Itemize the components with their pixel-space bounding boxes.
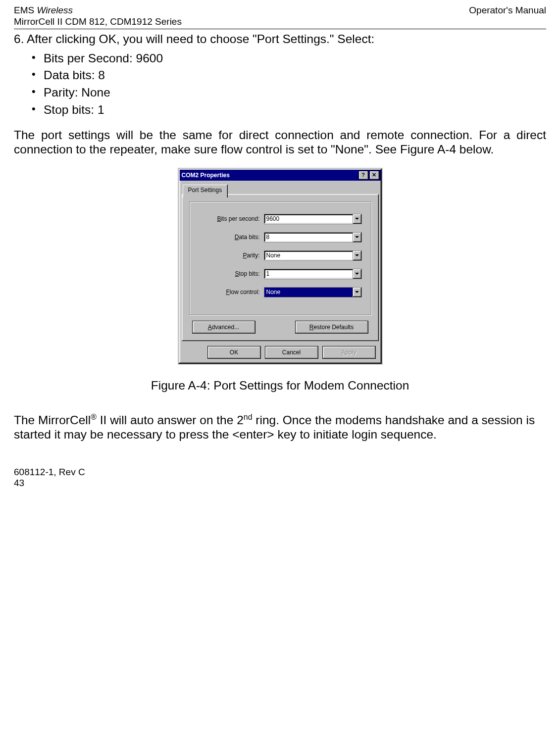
tab-strip: Port Settings — [182, 184, 379, 195]
bullet-item: Data bits: 8 — [32, 68, 546, 83]
close-button[interactable]: ✕ — [369, 171, 379, 180]
combo-data-bits[interactable]: 8 — [264, 232, 362, 243]
combo-value: 1 — [264, 269, 353, 279]
header-rule — [14, 29, 546, 29]
header-right: Operator's Manual — [469, 5, 546, 28]
label-parity: Parity: — [199, 252, 264, 259]
combo-stop-bits[interactable]: 1 — [264, 269, 362, 279]
combo-bits-per-second[interactable]: 9600 — [264, 214, 362, 224]
combo-flow-control[interactable]: None — [264, 287, 362, 297]
label-flow-control: Flow control: — [199, 289, 264, 295]
row-flow-control: Flow control: None — [199, 287, 362, 297]
paragraph-port-settings: The port settings will be the same for d… — [14, 128, 546, 157]
combo-value: None — [264, 288, 353, 297]
figure-a4: COM2 Properties ? ✕ Port Settings Bits p… — [14, 168, 546, 365]
ok-button[interactable]: OK — [207, 346, 261, 359]
tab-port-settings[interactable]: Port Settings — [183, 185, 228, 197]
advanced-button[interactable]: Advanced... — [192, 321, 255, 334]
tab-panel: Bits per second: 9600 Data bits: 8 — [182, 194, 379, 341]
row-data-bits: Data bits: 8 — [199, 232, 362, 243]
header-left-prefix: EMS — [14, 5, 37, 15]
chevron-down-icon[interactable] — [353, 288, 361, 297]
row-bits-per-second: Bits per second: 9600 — [199, 214, 362, 224]
apply-button[interactable]: Apply — [322, 346, 376, 359]
cancel-button[interactable]: Cancel — [265, 346, 318, 359]
header-left: EMS Wireless MirrorCell II CDM 812, CDM1… — [14, 5, 182, 28]
page-header: EMS Wireless MirrorCell II CDM 812, CDM1… — [14, 5, 546, 28]
dialog-titlebar[interactable]: COM2 Properties ? ✕ — [180, 170, 381, 181]
combo-value: None — [264, 251, 353, 260]
label-bits-per-second: Bits per second: — [199, 215, 264, 222]
com2-properties-dialog: COM2 Properties ? ✕ Port Settings Bits p… — [178, 168, 383, 365]
page-footer: 608112-1, Rev C 43 — [14, 467, 546, 489]
footer-rev: 608112-1, Rev C — [14, 467, 546, 478]
label-data-bits: Data bits: — [199, 234, 264, 241]
step-6-text: 6. After clicking OK, you will need to c… — [14, 32, 546, 47]
combo-value: 8 — [264, 233, 353, 242]
label-stop-bits: Stop bits: — [199, 270, 264, 277]
footer-page-number: 43 — [14, 478, 546, 489]
paragraph-mirrorcell: The MirrorCell® II will auto answer on t… — [14, 413, 546, 442]
dialog-title: COM2 Properties — [182, 172, 230, 179]
settings-bullet-list: Bits per Second: 9600 Data bits: 8 Parit… — [14, 51, 546, 118]
settings-group: Bits per second: 9600 Data bits: 8 — [189, 201, 371, 315]
restore-defaults-button[interactable]: Restore Defaults — [295, 321, 368, 334]
bullet-item: Stop bits: 1 — [32, 103, 546, 117]
chevron-down-icon[interactable] — [353, 269, 361, 279]
row-stop-bits: Stop bits: 1 — [199, 269, 362, 279]
chevron-down-icon[interactable] — [353, 233, 361, 242]
help-button[interactable]: ? — [358, 171, 368, 180]
header-left-brand: Wireless — [37, 5, 73, 15]
combo-value: 9600 — [264, 214, 353, 224]
chevron-down-icon[interactable] — [353, 251, 361, 260]
row-parity: Parity: None — [199, 250, 362, 261]
chevron-down-icon[interactable] — [353, 214, 361, 224]
bullet-item: Bits per Second: 9600 — [32, 51, 546, 66]
figure-caption: Figure A-4: Port Settings for Modem Conn… — [14, 379, 546, 393]
header-left-line2: MirrorCell II CDM 812, CDM1912 Series — [14, 16, 182, 27]
bullet-item: Parity: None — [32, 86, 546, 100]
combo-parity[interactable]: None — [264, 250, 362, 261]
